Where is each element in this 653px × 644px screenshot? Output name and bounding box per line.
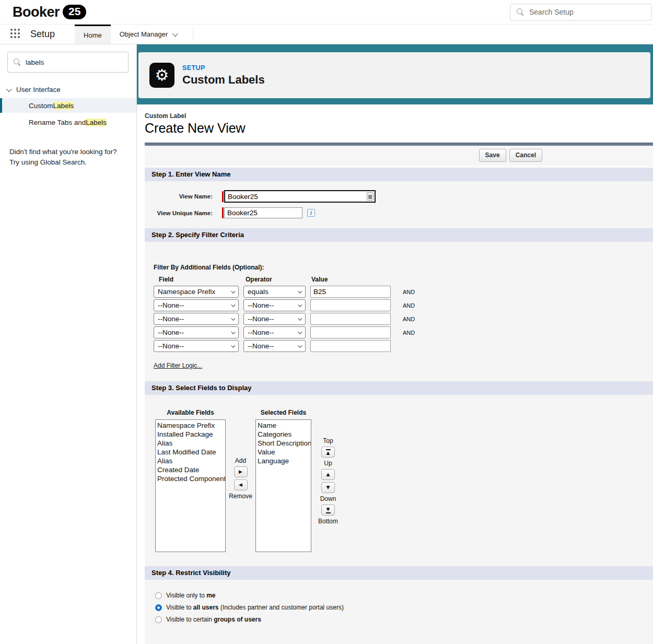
filter-operator-select-1[interactable]: equals [243, 286, 306, 298]
nav-divider [193, 29, 193, 39]
filter-field-select-5[interactable]: --None-- [154, 340, 239, 352]
down-label: Down [320, 495, 336, 502]
setup-tree: User Interface Custom Labels Rename Tabs… [0, 86, 136, 130]
chevron-down-icon [231, 302, 235, 307]
setup-page: Booker 25 Setup Home Object Manager [0, 0, 653, 644]
radio-button-selected[interactable] [155, 604, 162, 611]
filter-operator-select-2[interactable]: --None-- [243, 299, 306, 311]
page-subtitle: Custom Label [145, 112, 653, 120]
create-view-form: Save Cancel Step 1. Enter View Name View… [145, 143, 653, 644]
tree-node-user-interface[interactable]: User Interface [0, 86, 136, 93]
select-value: Namespace Prefix [158, 288, 215, 296]
remove-label: Remove [229, 493, 252, 500]
chevron-down-icon [231, 343, 235, 347]
available-fields-label: Available Fields [167, 409, 214, 416]
main-content: ⚙ SETUP Custom Labels Custom Label Creat… [137, 44, 653, 644]
item-label-prefix: Rename Tabs and [29, 119, 86, 126]
chevron-down-icon [298, 316, 302, 320]
arrow-up-bar-icon: ▲ [326, 451, 330, 455]
filter-operator-select-4[interactable]: --None-- [243, 326, 306, 338]
quick-find-box[interactable] [7, 52, 129, 73]
move-up-button[interactable]: ▲ [321, 469, 335, 480]
view-unique-name-label: View Unique Name: [145, 210, 213, 216]
filter-value-input-3[interactable] [310, 313, 391, 325]
filter-operator-select-5[interactable]: --None-- [243, 340, 306, 352]
sidebar-help-text: Didn't find what you're looking for? Try… [9, 147, 127, 167]
setup-nav-bar: Setup Home Object Manager [0, 25, 653, 44]
save-button[interactable]: Save [479, 149, 506, 162]
filter-value-input-4[interactable] [310, 326, 391, 338]
step4-body: Visible only to me Visible to all users … [145, 580, 653, 644]
radio-button[interactable] [155, 616, 162, 623]
list-option[interactable]: Protected Component [157, 474, 224, 483]
move-top-button[interactable]: ▲ [321, 447, 335, 458]
visibility-option-all-users[interactable]: Visible to all users (Includes partner a… [155, 604, 653, 611]
up-label: Up [324, 460, 332, 467]
view-unique-name-input[interactable] [224, 207, 302, 218]
list-option[interactable]: Installed Package [157, 430, 224, 439]
add-filter-logic-link[interactable]: Add Filter Logic... [154, 362, 202, 369]
filter-field-select-3[interactable]: --None-- [154, 313, 239, 325]
selected-fields-listbox[interactable]: Name Categories Short Description Value … [255, 419, 311, 552]
filter-value-input-5[interactable] [310, 340, 391, 352]
autofill-icon[interactable] [367, 192, 374, 201]
list-option[interactable]: Short Description [258, 439, 309, 448]
step1-body: View Name: View Unique Name: i [145, 181, 653, 228]
list-option[interactable]: Categories [258, 430, 309, 439]
arrow-up-icon: ▲ [326, 472, 330, 477]
tab-object-manager[interactable]: Object Manager [111, 25, 186, 44]
filter-operator-select-3[interactable]: --None-- [243, 313, 306, 325]
app-launcher-icon[interactable] [10, 29, 22, 40]
top-button-row: Save Cancel [145, 146, 653, 168]
list-option[interactable]: Alias [157, 456, 224, 465]
remove-field-button[interactable]: ◀ [234, 479, 248, 490]
top-label: Top [323, 437, 333, 444]
step2-header: Step 2. Specify Filter Criteria [145, 228, 653, 242]
visibility-option-me[interactable]: Visible only to me [155, 592, 653, 599]
view-name-input[interactable] [224, 190, 376, 203]
list-option[interactable]: Namespace Prefix [157, 421, 224, 430]
setup-sidebar: User Interface Custom Labels Rename Tabs… [0, 44, 137, 644]
global-search-input[interactable] [529, 8, 645, 16]
required-indicator [222, 191, 224, 202]
and-label: AND [395, 330, 419, 336]
list-option[interactable]: Name [258, 421, 309, 430]
list-option[interactable]: Language [258, 456, 309, 465]
chevron-down-icon [298, 289, 302, 293]
add-field-button[interactable]: ▶ [234, 466, 248, 477]
filter-value-input-1[interactable] [310, 286, 391, 298]
option-label: Visible to all users (Includes partner a… [166, 604, 344, 611]
sidebar-item-rename-tabs-labels[interactable]: Rename Tabs and Labels [0, 115, 136, 130]
list-option[interactable]: Value [258, 448, 309, 456]
setup-banner: ⚙ SETUP Custom Labels [137, 44, 653, 104]
move-bottom-button[interactable]: ▼ [321, 505, 335, 516]
list-option[interactable]: Alias [157, 439, 224, 448]
custom-labels-icon-box: ⚙ [149, 63, 174, 88]
column-header-field: Field [154, 276, 239, 284]
help-line-1: Didn't find what you're looking for? [9, 147, 127, 157]
select-value: --None-- [158, 329, 184, 336]
list-option[interactable]: Last Modified Date [157, 448, 224, 456]
visibility-option-groups[interactable]: Visible to certain groups of users [155, 616, 653, 623]
chevron-down-icon [298, 343, 302, 347]
list-option[interactable]: Created Date [157, 465, 224, 474]
chevron-down-icon [231, 289, 235, 293]
chevron-down-icon [298, 330, 302, 334]
filter-field-select-1[interactable]: Namespace Prefix [154, 286, 239, 298]
arrow-down-icon: ▼ [326, 485, 330, 490]
filter-value-input-2[interactable] [310, 299, 391, 311]
global-search-box[interactable] [510, 4, 652, 21]
sidebar-item-custom-labels[interactable]: Custom Labels [0, 98, 136, 113]
filter-field-select-2[interactable]: --None-- [154, 299, 239, 311]
cancel-button[interactable]: Cancel [509, 149, 542, 162]
quick-find-input[interactable] [26, 58, 122, 66]
radio-button[interactable] [155, 592, 162, 599]
arrow-left-icon: ◀ [239, 483, 242, 487]
info-icon[interactable]: i [307, 209, 315, 217]
and-label: AND [395, 289, 419, 295]
tab-home[interactable]: Home [75, 25, 111, 44]
step1-header: Step 1. Enter View Name [145, 168, 653, 181]
move-down-button[interactable]: ▼ [321, 482, 335, 493]
available-fields-listbox[interactable]: Namespace Prefix Installed Package Alias… [155, 419, 226, 552]
filter-field-select-4[interactable]: --None-- [154, 326, 239, 338]
